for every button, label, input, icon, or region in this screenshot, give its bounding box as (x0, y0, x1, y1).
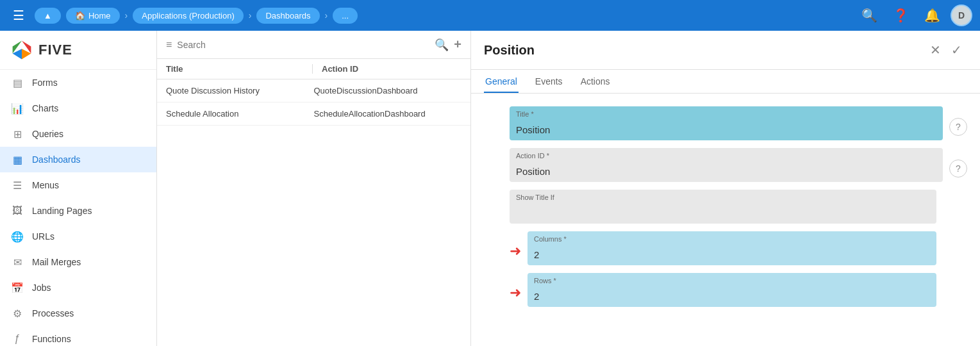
form-area: Title * ? Action ID * ? (471, 94, 980, 346)
mail-merges-icon: ✉ (10, 255, 24, 269)
dashboards-icon: ▦ (10, 152, 24, 167)
action-id-input[interactable] (510, 161, 943, 182)
tab-general[interactable]: General (484, 70, 519, 93)
rows-row: ➜ Rows * (510, 273, 967, 307)
row-action-id: QuoteDiscussionDashboard (314, 86, 462, 95)
table-row[interactable]: Quote Discussion History QuoteDiscussion… (157, 79, 470, 103)
search-global-button[interactable]: 🔍 (856, 5, 883, 26)
rows-label: Rows * (527, 273, 936, 286)
sidebar-item-queries[interactable]: ⊞ Queries (0, 121, 156, 147)
show-title-label: Show Title If (510, 190, 936, 202)
columns-label: Columns * (527, 231, 936, 244)
action-id-help-icon[interactable]: ? (949, 160, 967, 177)
title-help-icon[interactable]: ? (949, 118, 967, 136)
title-field-box: Title * (510, 106, 943, 140)
table-row[interactable]: Schedule Allocation ScheduleAllocationDa… (157, 103, 470, 126)
help-button[interactable]: ❓ (888, 5, 914, 26)
search-input[interactable] (177, 40, 429, 50)
sidebar-item-charts[interactable]: 📊 Charts (0, 95, 156, 121)
column-action-id: Action ID (313, 64, 461, 74)
sidebar-label-dashboards: Dashboards (32, 154, 81, 165)
sidebar-item-processes[interactable]: ⚙ Processes (0, 301, 156, 326)
columns-input[interactable] (527, 244, 936, 265)
sidebar: FIVE ▤ Forms 📊 Charts ⊞ Queries ▦ Dashbo… (0, 31, 157, 346)
sidebar-label-landing-pages: Landing Pages (32, 206, 92, 216)
notifications-button[interactable]: 🔔 (919, 5, 945, 26)
confirm-button[interactable]: ✓ (946, 40, 967, 60)
add-button[interactable]: + (454, 37, 461, 52)
urls-icon: 🌐 (10, 229, 24, 243)
sidebar-logo: FIVE (0, 31, 156, 70)
rows-field-box: Rows * (527, 273, 936, 307)
sidebar-label-jobs: Jobs (32, 283, 51, 293)
landing-pages-icon: 🖼 (10, 204, 24, 218)
rows-input[interactable] (527, 286, 936, 307)
processes-icon: ⚙ (10, 306, 24, 320)
queries-icon: ⊞ (10, 127, 24, 141)
right-panel-title: Position (484, 43, 925, 58)
title-label: Title * (510, 106, 943, 119)
up-button[interactable]: ▲ (35, 8, 61, 24)
action-id-field-box: Action ID * (510, 148, 943, 182)
hamburger-icon[interactable]: ☰ (8, 5, 29, 26)
app-button[interactable]: Applications (Production) (133, 8, 244, 24)
more-button[interactable]: ... (333, 8, 358, 24)
right-panel-header: Position ✕ ✓ (471, 31, 980, 70)
rows-arrow-icon: ➜ (510, 284, 521, 301)
menus-icon: ☰ (10, 178, 24, 192)
table-header: Title Action ID (157, 59, 470, 79)
close-button[interactable]: ✕ (925, 40, 946, 60)
breadcrumb-arrow-1: › (125, 10, 128, 21)
columns-row: ➜ Columns * (510, 231, 967, 265)
functions-icon: ƒ (10, 332, 24, 346)
user-avatar[interactable]: D (951, 4, 972, 26)
tab-actions[interactable]: Actions (579, 70, 611, 93)
title-input[interactable] (510, 119, 943, 140)
list-panel: ≡ 🔍 + Title Action ID Quote Discussion H… (157, 31, 471, 346)
home-icon: 🏠 (75, 11, 85, 21)
logo-svg-icon (10, 38, 33, 62)
sidebar-item-mail-merges[interactable]: ✉ Mail Merges (0, 249, 156, 275)
sidebar-label-mail-merges: Mail Merges (32, 257, 81, 267)
action-id-row: Action ID * ? (510, 148, 967, 182)
search-button[interactable]: 🔍 (435, 38, 449, 52)
columns-field-box: Columns * (527, 231, 936, 265)
sidebar-item-menus[interactable]: ☰ Menus (0, 172, 156, 198)
sidebar-item-dashboards[interactable]: ▦ Dashboards (0, 147, 156, 172)
tabs-bar: General Events Actions (471, 70, 980, 94)
column-title: Title (166, 64, 313, 74)
sidebar-label-charts: Charts (32, 103, 58, 113)
list-search-bar: ≡ 🔍 + (157, 31, 470, 59)
right-panel: Position ✕ ✓ General Events Actions Titl… (471, 31, 980, 346)
show-title-field-wrapper: Show Title If (510, 190, 936, 224)
home-button[interactable]: 🏠 Home (66, 8, 120, 24)
logo-text: FIVE (38, 42, 72, 58)
sidebar-item-jobs[interactable]: 📅 Jobs (0, 275, 156, 301)
action-id-label: Action ID * (510, 148, 943, 161)
sidebar-label-urls: URLs (32, 231, 54, 242)
sidebar-item-forms[interactable]: ▤ Forms (0, 70, 156, 95)
row-title: Schedule Allocation (166, 109, 314, 119)
table-rows-container: Quote Discussion History QuoteDiscussion… (157, 79, 470, 126)
title-field-wrapper: Title * (510, 106, 943, 140)
filter-icon: ≡ (166, 39, 172, 51)
show-title-input[interactable] (510, 202, 936, 224)
app-label: Applications (Production) (142, 11, 235, 21)
breadcrumb-arrow-3: › (325, 10, 328, 21)
row-action-id: ScheduleAllocationDashboard (314, 109, 462, 119)
row-title: Quote Discussion History (166, 86, 314, 95)
sidebar-label-queries: Queries (32, 129, 63, 139)
dashboards-button[interactable]: Dashboards (256, 8, 319, 24)
home-label: Home (88, 11, 111, 21)
tab-events[interactable]: Events (534, 70, 564, 93)
forms-icon: ▤ (10, 76, 24, 90)
action-id-field-wrapper: Action ID * (510, 148, 943, 182)
sidebar-item-urls[interactable]: 🌐 URLs (0, 224, 156, 249)
show-title-row: Show Title If (510, 190, 967, 224)
dashboards-label: Dashboards (265, 11, 310, 21)
more-label: ... (342, 11, 349, 21)
breadcrumb-arrow-2: › (249, 10, 252, 21)
sidebar-item-landing-pages[interactable]: 🖼 Landing Pages (0, 198, 156, 224)
sidebar-item-functions[interactable]: ƒ Functions (0, 326, 156, 346)
sidebar-label-functions: Functions (32, 334, 71, 344)
